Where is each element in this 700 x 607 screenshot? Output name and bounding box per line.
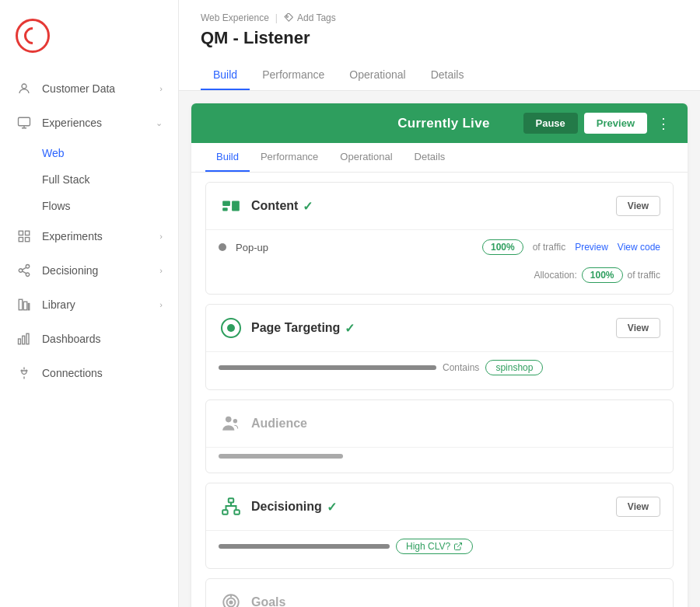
sidebar-item-experiences[interactable]: Experiences ⌄ xyxy=(0,106,178,140)
tab-performance[interactable]: Performance xyxy=(250,61,337,90)
content-title: Content ✓ xyxy=(251,199,616,214)
sub-item-label: Flows xyxy=(42,200,71,212)
build-tab-performance[interactable]: Performance xyxy=(250,143,329,172)
spinshop-tag: spinshop xyxy=(485,360,543,375)
goals-section: Goals xyxy=(205,578,674,607)
sub-item-label: Web xyxy=(42,147,65,159)
preview-link[interactable]: Preview xyxy=(575,242,608,253)
svg-rect-11 xyxy=(28,304,30,310)
preview-button[interactable]: Preview xyxy=(584,113,647,134)
sidebar-item-experiments[interactable]: Experiments › xyxy=(0,219,178,253)
svg-rect-9 xyxy=(19,299,23,310)
page-targeting-icon xyxy=(219,316,243,340)
status-dot xyxy=(219,243,226,251)
audience-bar xyxy=(219,454,343,459)
svg-rect-22 xyxy=(222,510,228,514)
page-targeting-section: Page Targeting ✓ View Contains spinshop xyxy=(205,304,674,390)
audience-title: Audience xyxy=(251,417,660,431)
svg-rect-3 xyxy=(26,231,30,235)
svg-point-0 xyxy=(22,84,26,89)
targeting-row: Contains spinshop xyxy=(219,352,660,379)
experiments-icon xyxy=(16,228,33,245)
sidebar-item-full-stack[interactable]: Full Stack xyxy=(0,166,178,193)
content-area: Currently Live Pause Preview ⋮ Build Per… xyxy=(179,91,700,607)
pause-button[interactable]: Pause xyxy=(523,113,578,134)
tab-operational[interactable]: Operational xyxy=(337,61,418,90)
traffic-badge: 100% xyxy=(482,239,523,255)
contains-label: Contains xyxy=(443,362,479,373)
popup-label: Pop-up xyxy=(236,242,473,253)
radio-circle-icon xyxy=(221,318,241,338)
page-targeting-body: Contains spinshop xyxy=(206,351,673,389)
decisioning-view-button[interactable]: View xyxy=(616,497,660,517)
svg-rect-1 xyxy=(19,117,30,126)
status-bar: Currently Live Pause Preview ⋮ xyxy=(191,103,688,143)
allocation-row: Allocation: 100% of traffic xyxy=(219,264,660,283)
svg-line-24 xyxy=(457,543,462,548)
build-tab-build[interactable]: Build xyxy=(205,143,250,172)
tab-details[interactable]: Details xyxy=(418,61,477,90)
build-tab-operational[interactable]: Operational xyxy=(329,143,403,172)
view-code-link[interactable]: View code xyxy=(618,242,660,253)
audience-header: Audience xyxy=(206,400,673,447)
allocation-badge: 100% xyxy=(582,267,623,283)
status-text: Currently Live xyxy=(364,116,523,131)
sidebar-item-library[interactable]: Library › xyxy=(0,288,178,322)
add-tags-button[interactable]: Add Tags xyxy=(284,12,336,23)
sidebar-item-label: Decisioning xyxy=(42,264,159,277)
audience-body xyxy=(206,447,673,473)
build-tab-details[interactable]: Details xyxy=(404,143,457,172)
decisioning-header: Decisioning ✓ View xyxy=(206,483,673,530)
plug-icon xyxy=(16,365,33,382)
sidebar-item-label: Experiments xyxy=(42,230,159,242)
sidebar-item-decisioning[interactable]: Decisioning › xyxy=(0,253,178,288)
main-content: Web Experience | Add Tags QM - Listener … xyxy=(179,0,700,607)
sidebar-item-web[interactable]: Web xyxy=(0,140,178,166)
sidebar-item-connections[interactable]: Connections xyxy=(0,356,178,390)
tab-build[interactable]: Build xyxy=(201,61,250,90)
sidebar-item-dashboards[interactable]: Dashboards xyxy=(0,322,178,356)
chevron-right-icon: › xyxy=(159,300,163,309)
url-bar xyxy=(219,365,436,370)
page-targeting-title: Page Targeting ✓ xyxy=(251,321,616,336)
build-tabs: Build Performance Operational Details xyxy=(191,143,688,173)
sidebar-item-label: Connections xyxy=(42,367,163,379)
decision-bar xyxy=(219,544,390,549)
sub-item-label: Full Stack xyxy=(42,173,89,186)
more-options-button[interactable]: ⋮ xyxy=(653,115,674,132)
add-tags-label: Add Tags xyxy=(297,12,336,23)
svg-rect-18 xyxy=(232,201,240,211)
bar-chart-icon xyxy=(16,330,33,347)
sidebar-item-flows[interactable]: Flows xyxy=(0,193,178,219)
tag-icon xyxy=(284,13,294,23)
content-view-button[interactable]: View xyxy=(616,196,660,216)
logo[interactable] xyxy=(0,12,178,72)
check-icon: ✓ xyxy=(345,321,355,336)
sidebar: Customer Data › Experiences ⌄ Web Full S… xyxy=(0,0,179,607)
breadcrumb-separator: | xyxy=(275,12,278,23)
chevron-right-icon: › xyxy=(159,232,163,241)
page-header: Web Experience | Add Tags QM - Listener … xyxy=(179,0,700,91)
sidebar-item-customer-data[interactable]: Customer Data › xyxy=(0,72,178,106)
svg-rect-4 xyxy=(19,238,23,242)
svg-rect-13 xyxy=(23,336,25,344)
decisioning-title: Decisioning ✓ xyxy=(251,500,616,515)
chevron-right-icon: › xyxy=(159,266,163,275)
page-targeting-view-button[interactable]: View xyxy=(616,318,660,338)
traffic-text: of traffic xyxy=(533,242,565,253)
monitor-icon xyxy=(16,114,33,131)
svg-point-27 xyxy=(229,601,232,603)
content-section-header: Content ✓ View xyxy=(206,183,673,229)
sidebar-item-label: Dashboards xyxy=(42,333,163,345)
svg-rect-23 xyxy=(234,510,240,514)
sidebar-item-label: Experiences xyxy=(42,117,156,129)
svg-rect-5 xyxy=(26,238,30,242)
decisioning-row: High CLV? xyxy=(219,531,660,557)
svg-point-20 xyxy=(233,419,237,423)
library-icon xyxy=(16,296,33,313)
main-tabs: Build Performance Operational Details xyxy=(201,61,678,90)
page-targeting-header: Page Targeting ✓ View xyxy=(206,305,673,351)
breadcrumb-parent[interactable]: Web Experience xyxy=(201,12,269,23)
decisioning-icon xyxy=(219,494,243,519)
status-actions: Pause Preview ⋮ xyxy=(523,113,674,134)
